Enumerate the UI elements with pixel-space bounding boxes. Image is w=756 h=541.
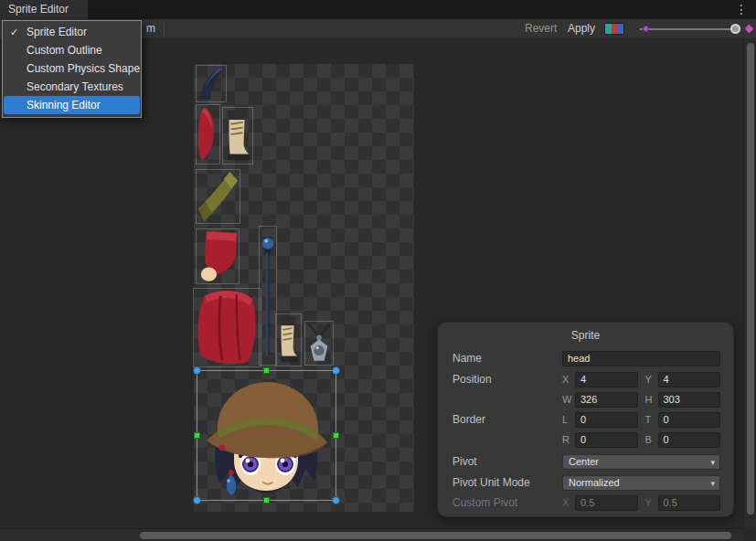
menu-item-label: Custom Outline	[27, 44, 102, 57]
apply-button[interactable]: Apply	[568, 19, 595, 38]
title-bar: Sprite Editor ⋮	[0, 0, 756, 19]
w-label: W	[562, 394, 570, 405]
menu-item-label: Sprite Editor	[27, 26, 87, 38]
color-swatch-red	[612, 24, 618, 34]
window-tab-sprite-editor[interactable]: Sprite Editor	[0, 0, 88, 19]
t-label: T	[645, 414, 654, 425]
revert-button[interactable]: Revert	[525, 19, 557, 38]
border-l-input[interactable]: 0	[575, 412, 638, 428]
selection-handle-edge-right[interactable]	[333, 432, 339, 439]
selection-handle-corner-tr[interactable]	[332, 366, 340, 375]
selection-handle-edge-bottom[interactable]	[263, 497, 270, 504]
toolbar-separator	[164, 22, 165, 36]
sprite-selection-rect[interactable]	[197, 370, 336, 501]
position-w-input[interactable]: 326	[575, 392, 638, 408]
vertical-scrollbar-thumb[interactable]	[747, 43, 754, 514]
chevron-down-icon: ▾	[710, 476, 715, 491]
sprite-cape[interactable]	[193, 288, 261, 367]
pivot-row: Pivot Center ▾	[453, 453, 720, 470]
custom-pivot-label: Custom Pivot	[453, 496, 562, 509]
selection-handle-edge-top[interactable]	[263, 367, 270, 374]
l-label: L	[562, 414, 570, 425]
zoom-slider-thumb[interactable]	[730, 24, 740, 34]
color-swatch-teal	[605, 24, 612, 34]
zoom-slider-track[interactable]	[639, 28, 736, 30]
pivot-value: Center	[569, 456, 599, 467]
sprite-hat-piece[interactable]	[196, 65, 227, 102]
r-label: R	[562, 434, 570, 445]
sprite-arm[interactable]	[196, 104, 220, 164]
scrollbar-corner	[743, 528, 756, 541]
sprite-pendant[interactable]	[304, 321, 334, 366]
custom-pivot-y-label: Y	[645, 497, 654, 508]
sprite-inspector-panel: Sprite Name head Position X 4 Y 4	[437, 322, 734, 517]
sprite-scarf[interactable]	[196, 169, 240, 224]
custom-pivot-row: Custom Pivot X 0.5 Y 0.5	[453, 494, 720, 511]
toolbar-partial-button[interactable]: m	[146, 19, 155, 38]
selection-handle-corner-tl[interactable]	[193, 366, 201, 375]
color-mode-icon[interactable]	[604, 23, 624, 35]
menu-item-label: Custom Physics Shape	[27, 62, 140, 75]
pivot-label: Pivot	[453, 455, 562, 468]
menu-item-sprite-editor[interactable]: ✓ Sprite Editor	[4, 23, 140, 41]
diamond-glyph	[745, 25, 754, 34]
horizontal-scrollbar[interactable]	[0, 528, 743, 541]
position-row-wh: W 326 H 303	[453, 391, 720, 408]
position-label: Position	[453, 373, 562, 386]
sprite-boot-small[interactable]	[275, 313, 302, 366]
horizontal-scrollbar-thumb[interactable]	[140, 532, 731, 539]
name-row: Name head	[453, 350, 720, 366]
arm-image	[197, 105, 219, 164]
custom-pivot-y-input: 0.5	[658, 495, 721, 511]
position-row-xy: Position X 4 Y 4	[453, 371, 720, 387]
cape-image	[194, 289, 261, 366]
pivot-unit-mode-row: Pivot Unit Mode Normalized ▾	[453, 474, 720, 491]
hat-piece-image	[197, 66, 226, 101]
custom-pivot-x-label: X	[562, 497, 570, 508]
sprite-boot[interactable]	[222, 107, 253, 164]
pivot-unit-mode-dropdown[interactable]: Normalized ▾	[562, 475, 720, 491]
menu-item-secondary-textures[interactable]: Secondary Textures	[4, 78, 140, 96]
menu-item-label: Secondary Textures	[27, 80, 123, 93]
chevron-down-icon: ▾	[710, 455, 715, 470]
sprite-editor-window: Sprite Editor ⋮ m Revert Apply ✓ Sprite …	[0, 0, 756, 541]
editor-mode-dropdown-menu: ✓ Sprite Editor Custom Outline Custom Ph…	[2, 20, 142, 118]
menu-item-custom-physics-shape[interactable]: Custom Physics Shape	[4, 59, 140, 78]
name-input[interactable]: head	[562, 351, 720, 366]
sprite-staff[interactable]	[259, 226, 277, 366]
pivot-dropdown[interactable]: Center ▾	[562, 454, 720, 470]
menu-item-custom-outline[interactable]: Custom Outline	[4, 41, 140, 59]
staff-image	[260, 227, 276, 365]
pendant-image	[305, 322, 333, 365]
selection-handle-corner-br[interactable]	[332, 496, 340, 504]
x-label: X	[562, 374, 570, 385]
check-icon: ✓	[10, 23, 18, 41]
border-row-rb: R 0 B 0	[453, 431, 720, 448]
zoom-slider-marker[interactable]	[643, 26, 649, 32]
selection-handle-edge-left[interactable]	[194, 432, 200, 439]
scarf-image	[197, 170, 240, 223]
menu-item-label: Skinning Editor	[27, 99, 101, 111]
position-y-input[interactable]: 4	[658, 372, 721, 387]
border-b-input[interactable]: 0	[658, 432, 721, 448]
position-x-input[interactable]: 4	[575, 372, 638, 387]
pivot-unit-mode-value: Normalized	[569, 477, 620, 488]
position-h-input[interactable]: 303	[658, 392, 721, 408]
panel-title: Sprite	[438, 329, 733, 342]
border-r-input[interactable]: 0	[575, 432, 638, 448]
h-label: H	[645, 394, 654, 405]
vertical-scrollbar[interactable]	[743, 39, 756, 528]
pivot-unit-mode-label: Pivot Unit Mode	[453, 476, 562, 489]
sleeve-image	[197, 229, 239, 283]
border-row-lt: Border L 0 T 0	[453, 411, 720, 428]
selection-handle-corner-bl[interactable]	[193, 496, 201, 504]
border-t-input[interactable]: 0	[658, 412, 721, 428]
sprite-sleeve[interactable]	[196, 228, 240, 284]
custom-pivot-x-input: 0.5	[575, 495, 638, 511]
y-label: Y	[645, 374, 654, 385]
sprite-mode-icon[interactable]	[744, 24, 754, 34]
kebab-menu-icon[interactable]: ⋮	[731, 0, 751, 19]
boot-small-image	[276, 314, 301, 366]
menu-item-skinning-editor[interactable]: Skinning Editor	[4, 96, 140, 114]
b-label: B	[645, 434, 654, 445]
